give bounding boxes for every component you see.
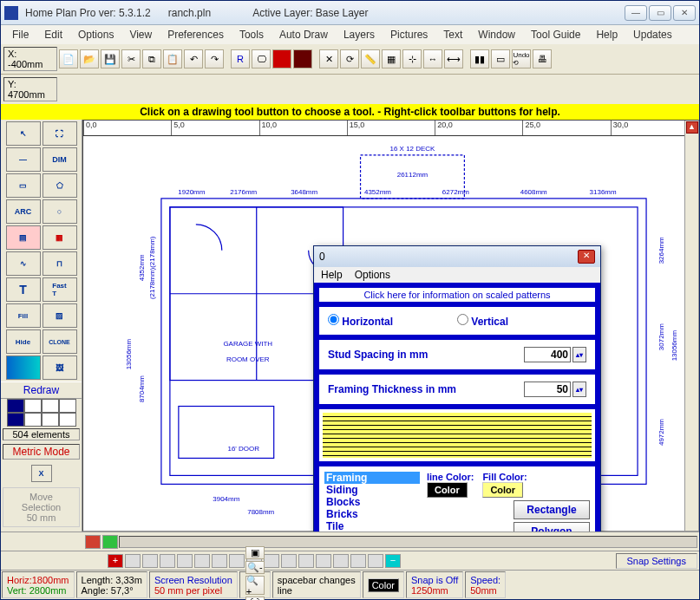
rect-tool[interactable]: ▭ [6,173,41,198]
snap-btn[interactable] [194,554,210,568]
curve-tool[interactable]: ∿ [6,251,41,276]
clone-tool[interactable]: CLONE [43,329,77,354]
arc-tool[interactable]: ARC [6,199,41,224]
minimize-button[interactable]: — [625,5,647,21]
menu-file[interactable]: File [6,27,35,42]
dim-icon[interactable]: ⟷ [444,49,463,68]
zoom-out-icon[interactable]: 🔍- [245,561,265,574]
view1-icon[interactable]: ▮▮ [470,49,489,68]
menu-autodraw[interactable]: Auto Draw [273,27,334,42]
grid-icon[interactable]: ▦ [382,49,401,68]
extend-icon[interactable]: ↔ [423,49,442,68]
fill-color-button[interactable]: Color [482,482,523,498]
snap-btn[interactable] [333,554,349,568]
snap-btn[interactable] [125,554,141,568]
redraw-button[interactable]: Redraw [1,382,82,399]
polygon-button[interactable]: Polygon [514,522,590,532]
view2-icon[interactable]: ▭ [491,49,510,68]
menu-text[interactable]: Text [437,27,468,42]
save-icon[interactable]: 💾 [101,49,120,68]
snap-minus-icon[interactable]: − [385,554,401,568]
snap-btn[interactable] [264,554,279,568]
menu-options[interactable]: Options [72,27,120,42]
select-tool[interactable]: ↖ [6,121,41,146]
mat-framing[interactable]: Framing [324,472,420,484]
line-color-button[interactable]: Color [427,482,468,498]
menu-tools[interactable]: Tools [233,27,270,42]
status-color-button[interactable]: Color [368,578,399,592]
swatch-white[interactable] [24,399,42,413]
snap-btn[interactable] [298,554,314,568]
preview-icon[interactable]: 🖵 [252,49,271,68]
delete-icon[interactable]: ✕ [319,49,338,68]
snap-btn[interactable] [160,554,175,568]
swatch-white2[interactable] [42,399,59,413]
undo2-icon[interactable]: Undo⟲ [512,49,531,68]
close-button[interactable]: ✕ [673,5,696,21]
swatch-white4[interactable] [24,413,42,427]
print-icon[interactable]: 🖶 [533,49,552,68]
scroll-left-icon[interactable] [85,535,101,549]
menu-edit[interactable]: Edit [38,27,69,42]
scroll-up-icon[interactable]: ▲ [686,121,698,134]
circle-tool[interactable]: ○ [43,199,77,224]
paste-icon[interactable]: 📋 [163,49,182,68]
undo-icon[interactable]: ↶ [184,49,203,68]
snap-btn[interactable] [229,554,245,568]
color-tool[interactable] [6,355,41,380]
snap-btn[interactable] [281,554,297,568]
swatch-white6[interactable] [59,413,76,427]
swatch-navy[interactable] [7,399,24,413]
menu-window[interactable]: Window [472,27,521,42]
text-tool[interactable]: T [6,277,41,302]
swatch-white3[interactable] [59,399,76,413]
dialog-menu-help[interactable]: Help [321,269,343,281]
mat-bricks[interactable]: Bricks [324,508,420,520]
scrollbar-vertical[interactable]: ▲ [684,121,698,531]
rectangle-button[interactable]: Rectangle [514,500,590,519]
image-tool[interactable]: 🖼 [43,355,77,380]
new-icon[interactable]: 📄 [59,49,78,68]
menu-pictures[interactable]: Pictures [384,27,434,42]
snap-btn[interactable] [350,554,366,568]
swatch-white5[interactable] [42,413,59,427]
snap-settings-button[interactable]: Snap Settings [616,553,698,569]
scrollbar-horizontal[interactable] [119,536,697,548]
scroll-right-icon[interactable] [102,535,118,549]
mat-blocks[interactable]: Blocks [324,496,420,508]
fast-text-tool[interactable]: FastT [43,277,77,302]
stud-input[interactable] [524,347,571,362]
stop-icon[interactable] [293,49,312,68]
mat-tile[interactable]: Tile [324,520,420,532]
dim-tool[interactable]: DIM [43,147,77,172]
hide-tool[interactable]: Hide [6,329,41,354]
stud-spinner[interactable]: ▴▾ [572,347,586,362]
copy-icon[interactable]: ⧉ [142,49,161,68]
snap-btn[interactable] [316,554,331,568]
maximize-button[interactable]: ▭ [649,5,671,21]
redo-icon[interactable]: ↷ [205,49,224,68]
fill-tool[interactable]: Fill [6,303,41,328]
marquee-tool[interactable]: ⛶ [43,121,77,146]
cut-icon[interactable]: ✂ [121,49,141,68]
wall-tool[interactable]: ▦ [43,225,77,250]
menu-view[interactable]: View [123,27,158,42]
open-icon[interactable]: 📂 [80,49,99,68]
zoom-fit-icon[interactable]: ▣ [245,546,265,559]
snap-icon[interactable]: ⊹ [402,49,422,68]
menu-toolguide[interactable]: Tool Guide [525,27,586,42]
zoom-in-icon[interactable]: 🔍+ [245,576,265,595]
swatch-navy2[interactable] [7,413,24,427]
hatch-tool[interactable]: ▤ [6,225,41,250]
material-list[interactable]: Framing Siding Blocks Bricks Tile Shingl… [324,472,420,532]
menu-layers[interactable]: Layers [337,27,381,42]
snap-btn[interactable] [368,554,383,568]
poly-tool[interactable]: ⬠ [43,173,77,198]
door-tool[interactable]: ⊓ [43,251,77,276]
menu-help[interactable]: Help [590,27,624,42]
dialog-info-link[interactable]: Click here for information on scaled pat… [319,288,595,302]
mat-siding[interactable]: Siding [324,484,420,496]
menu-preferences[interactable]: Preferences [161,27,230,42]
x-button[interactable]: X [31,465,52,482]
dialog-menu-options[interactable]: Options [355,269,390,281]
